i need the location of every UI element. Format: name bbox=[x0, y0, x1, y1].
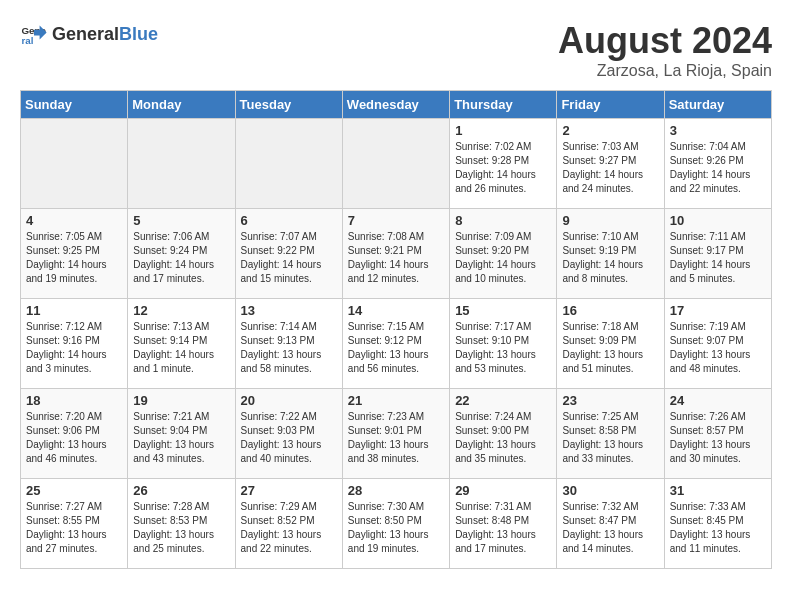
title-block: August 2024 Zarzosa, La Rioja, Spain bbox=[558, 20, 772, 80]
day-number: 10 bbox=[670, 213, 766, 228]
calendar-cell: 28Sunrise: 7:30 AM Sunset: 8:50 PM Dayli… bbox=[342, 479, 449, 569]
day-info: Sunrise: 7:10 AM Sunset: 9:19 PM Dayligh… bbox=[562, 230, 658, 286]
day-number: 24 bbox=[670, 393, 766, 408]
calendar-cell: 6Sunrise: 7:07 AM Sunset: 9:22 PM Daylig… bbox=[235, 209, 342, 299]
day-number: 11 bbox=[26, 303, 122, 318]
day-info: Sunrise: 7:22 AM Sunset: 9:03 PM Dayligh… bbox=[241, 410, 337, 466]
day-info: Sunrise: 7:04 AM Sunset: 9:26 PM Dayligh… bbox=[670, 140, 766, 196]
calendar-cell: 1Sunrise: 7:02 AM Sunset: 9:28 PM Daylig… bbox=[450, 119, 557, 209]
day-number: 7 bbox=[348, 213, 444, 228]
calendar-cell: 22Sunrise: 7:24 AM Sunset: 9:00 PM Dayli… bbox=[450, 389, 557, 479]
calendar-cell: 30Sunrise: 7:32 AM Sunset: 8:47 PM Dayli… bbox=[557, 479, 664, 569]
calendar-cell: 24Sunrise: 7:26 AM Sunset: 8:57 PM Dayli… bbox=[664, 389, 771, 479]
day-info: Sunrise: 7:28 AM Sunset: 8:53 PM Dayligh… bbox=[133, 500, 229, 556]
day-number: 1 bbox=[455, 123, 551, 138]
day-info: Sunrise: 7:13 AM Sunset: 9:14 PM Dayligh… bbox=[133, 320, 229, 376]
day-info: Sunrise: 7:23 AM Sunset: 9:01 PM Dayligh… bbox=[348, 410, 444, 466]
calendar-body: 1Sunrise: 7:02 AM Sunset: 9:28 PM Daylig… bbox=[21, 119, 772, 569]
logo-general-text: General bbox=[52, 24, 119, 45]
day-number: 9 bbox=[562, 213, 658, 228]
day-number: 17 bbox=[670, 303, 766, 318]
calendar-cell: 12Sunrise: 7:13 AM Sunset: 9:14 PM Dayli… bbox=[128, 299, 235, 389]
weekday-header-saturday: Saturday bbox=[664, 91, 771, 119]
calendar-cell: 8Sunrise: 7:09 AM Sunset: 9:20 PM Daylig… bbox=[450, 209, 557, 299]
weekday-header-wednesday: Wednesday bbox=[342, 91, 449, 119]
calendar-cell: 17Sunrise: 7:19 AM Sunset: 9:07 PM Dayli… bbox=[664, 299, 771, 389]
day-number: 27 bbox=[241, 483, 337, 498]
day-number: 31 bbox=[670, 483, 766, 498]
calendar-week-2: 4Sunrise: 7:05 AM Sunset: 9:25 PM Daylig… bbox=[21, 209, 772, 299]
calendar-table: SundayMondayTuesdayWednesdayThursdayFrid… bbox=[20, 90, 772, 569]
day-number: 29 bbox=[455, 483, 551, 498]
day-number: 13 bbox=[241, 303, 337, 318]
calendar-cell: 7Sunrise: 7:08 AM Sunset: 9:21 PM Daylig… bbox=[342, 209, 449, 299]
calendar-cell: 21Sunrise: 7:23 AM Sunset: 9:01 PM Dayli… bbox=[342, 389, 449, 479]
calendar-cell: 26Sunrise: 7:28 AM Sunset: 8:53 PM Dayli… bbox=[128, 479, 235, 569]
day-number: 5 bbox=[133, 213, 229, 228]
calendar-week-1: 1Sunrise: 7:02 AM Sunset: 9:28 PM Daylig… bbox=[21, 119, 772, 209]
day-info: Sunrise: 7:32 AM Sunset: 8:47 PM Dayligh… bbox=[562, 500, 658, 556]
day-info: Sunrise: 7:08 AM Sunset: 9:21 PM Dayligh… bbox=[348, 230, 444, 286]
weekday-header-row: SundayMondayTuesdayWednesdayThursdayFrid… bbox=[21, 91, 772, 119]
day-info: Sunrise: 7:03 AM Sunset: 9:27 PM Dayligh… bbox=[562, 140, 658, 196]
calendar-cell: 9Sunrise: 7:10 AM Sunset: 9:19 PM Daylig… bbox=[557, 209, 664, 299]
day-number: 4 bbox=[26, 213, 122, 228]
logo: Gene ral General Blue bbox=[20, 20, 158, 48]
day-info: Sunrise: 7:18 AM Sunset: 9:09 PM Dayligh… bbox=[562, 320, 658, 376]
calendar-cell: 4Sunrise: 7:05 AM Sunset: 9:25 PM Daylig… bbox=[21, 209, 128, 299]
day-info: Sunrise: 7:27 AM Sunset: 8:55 PM Dayligh… bbox=[26, 500, 122, 556]
calendar-week-5: 25Sunrise: 7:27 AM Sunset: 8:55 PM Dayli… bbox=[21, 479, 772, 569]
day-info: Sunrise: 7:11 AM Sunset: 9:17 PM Dayligh… bbox=[670, 230, 766, 286]
day-info: Sunrise: 7:24 AM Sunset: 9:00 PM Dayligh… bbox=[455, 410, 551, 466]
calendar-cell bbox=[235, 119, 342, 209]
day-number: 26 bbox=[133, 483, 229, 498]
day-number: 18 bbox=[26, 393, 122, 408]
calendar-cell: 23Sunrise: 7:25 AM Sunset: 8:58 PM Dayli… bbox=[557, 389, 664, 479]
calendar-cell: 13Sunrise: 7:14 AM Sunset: 9:13 PM Dayli… bbox=[235, 299, 342, 389]
weekday-header-sunday: Sunday bbox=[21, 91, 128, 119]
calendar-cell: 18Sunrise: 7:20 AM Sunset: 9:06 PM Dayli… bbox=[21, 389, 128, 479]
day-info: Sunrise: 7:05 AM Sunset: 9:25 PM Dayligh… bbox=[26, 230, 122, 286]
calendar-cell: 10Sunrise: 7:11 AM Sunset: 9:17 PM Dayli… bbox=[664, 209, 771, 299]
day-info: Sunrise: 7:17 AM Sunset: 9:10 PM Dayligh… bbox=[455, 320, 551, 376]
day-info: Sunrise: 7:21 AM Sunset: 9:04 PM Dayligh… bbox=[133, 410, 229, 466]
day-info: Sunrise: 7:33 AM Sunset: 8:45 PM Dayligh… bbox=[670, 500, 766, 556]
day-info: Sunrise: 7:25 AM Sunset: 8:58 PM Dayligh… bbox=[562, 410, 658, 466]
day-number: 12 bbox=[133, 303, 229, 318]
weekday-header-tuesday: Tuesday bbox=[235, 91, 342, 119]
calendar-cell: 27Sunrise: 7:29 AM Sunset: 8:52 PM Dayli… bbox=[235, 479, 342, 569]
calendar-cell: 14Sunrise: 7:15 AM Sunset: 9:12 PM Dayli… bbox=[342, 299, 449, 389]
day-number: 21 bbox=[348, 393, 444, 408]
calendar-cell: 11Sunrise: 7:12 AM Sunset: 9:16 PM Dayli… bbox=[21, 299, 128, 389]
calendar-cell bbox=[128, 119, 235, 209]
weekday-header-thursday: Thursday bbox=[450, 91, 557, 119]
svg-text:ral: ral bbox=[21, 35, 33, 46]
day-info: Sunrise: 7:19 AM Sunset: 9:07 PM Dayligh… bbox=[670, 320, 766, 376]
calendar-cell: 31Sunrise: 7:33 AM Sunset: 8:45 PM Dayli… bbox=[664, 479, 771, 569]
day-number: 16 bbox=[562, 303, 658, 318]
day-number: 15 bbox=[455, 303, 551, 318]
day-info: Sunrise: 7:20 AM Sunset: 9:06 PM Dayligh… bbox=[26, 410, 122, 466]
day-info: Sunrise: 7:15 AM Sunset: 9:12 PM Dayligh… bbox=[348, 320, 444, 376]
page-header: Gene ral General Blue August 2024 Zarzos… bbox=[20, 20, 772, 80]
logo-blue-text: Blue bbox=[119, 24, 158, 45]
calendar-cell bbox=[342, 119, 449, 209]
calendar-cell: 19Sunrise: 7:21 AM Sunset: 9:04 PM Dayli… bbox=[128, 389, 235, 479]
calendar-week-4: 18Sunrise: 7:20 AM Sunset: 9:06 PM Dayli… bbox=[21, 389, 772, 479]
calendar-header: SundayMondayTuesdayWednesdayThursdayFrid… bbox=[21, 91, 772, 119]
day-info: Sunrise: 7:12 AM Sunset: 9:16 PM Dayligh… bbox=[26, 320, 122, 376]
day-number: 2 bbox=[562, 123, 658, 138]
location: Zarzosa, La Rioja, Spain bbox=[558, 62, 772, 80]
day-number: 25 bbox=[26, 483, 122, 498]
day-number: 6 bbox=[241, 213, 337, 228]
day-number: 8 bbox=[455, 213, 551, 228]
day-info: Sunrise: 7:09 AM Sunset: 9:20 PM Dayligh… bbox=[455, 230, 551, 286]
day-number: 23 bbox=[562, 393, 658, 408]
day-number: 3 bbox=[670, 123, 766, 138]
weekday-header-monday: Monday bbox=[128, 91, 235, 119]
day-info: Sunrise: 7:29 AM Sunset: 8:52 PM Dayligh… bbox=[241, 500, 337, 556]
calendar-cell: 25Sunrise: 7:27 AM Sunset: 8:55 PM Dayli… bbox=[21, 479, 128, 569]
calendar-cell bbox=[21, 119, 128, 209]
weekday-header-friday: Friday bbox=[557, 91, 664, 119]
day-number: 14 bbox=[348, 303, 444, 318]
